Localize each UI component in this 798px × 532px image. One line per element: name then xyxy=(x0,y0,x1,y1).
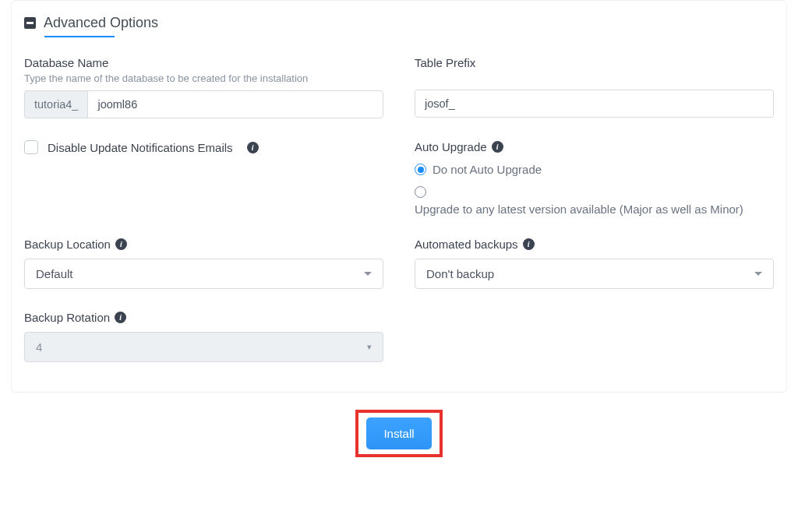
footer: Install xyxy=(0,410,798,457)
auto-upgrade-radio-none[interactable] xyxy=(415,164,426,175)
backup-location-field: Backup Location i Default xyxy=(24,238,383,289)
chevron-down-icon xyxy=(754,272,762,276)
info-icon[interactable]: i xyxy=(115,312,126,323)
disable-notifications-label: Disable Update Notifications Emails xyxy=(48,141,233,154)
table-prefix-input[interactable] xyxy=(415,90,774,118)
row-backup2: Backup Rotation i 4 ▾ xyxy=(24,311,774,362)
info-icon[interactable]: i xyxy=(247,142,259,153)
section-title: Advanced Options xyxy=(44,15,158,31)
row-db: Database Name Type the name of the datab… xyxy=(24,56,774,118)
info-icon[interactable]: i xyxy=(523,238,535,250)
section-header[interactable]: Advanced Options xyxy=(24,15,774,31)
database-name-input[interactable] xyxy=(87,90,383,118)
advanced-options-card: Advanced Options Database Name Type the … xyxy=(11,0,787,393)
backup-rotation-label: Backup Rotation xyxy=(24,311,110,324)
database-name-field: Database Name Type the name of the datab… xyxy=(24,56,383,118)
collapse-icon[interactable] xyxy=(24,17,36,29)
backup-location-select[interactable]: Default xyxy=(24,259,383,289)
backup-location-value: Default xyxy=(36,267,73,280)
info-icon[interactable]: i xyxy=(115,238,127,250)
row-upgrade: Disable Update Notifications Emails i Au… xyxy=(24,140,774,216)
auto-upgrade-option-latest: Upgrade to any latest version available … xyxy=(415,203,774,216)
automated-backups-select[interactable]: Don't backup xyxy=(415,259,774,289)
automated-backups-value: Don't backup xyxy=(426,267,494,280)
row-backup1: Backup Location i Default Automated back… xyxy=(24,238,774,289)
info-icon[interactable]: i xyxy=(492,141,503,153)
install-button[interactable]: Install xyxy=(366,417,431,449)
chevron-down-icon xyxy=(364,272,372,276)
disable-notifications-checkbox[interactable] xyxy=(24,140,38,154)
database-name-label: Database Name xyxy=(24,56,383,69)
auto-upgrade-radio-latest[interactable] xyxy=(415,186,426,198)
auto-upgrade-field: Auto Upgrade i Do not Auto Upgrade Upgra… xyxy=(415,140,774,216)
database-name-help: Type the name of the database to be crea… xyxy=(24,72,383,84)
table-prefix-field: Table Prefix xyxy=(415,56,774,118)
active-tab-indicator xyxy=(44,36,115,37)
disable-notifications-field: Disable Update Notifications Emails i xyxy=(24,140,383,216)
backup-rotation-field: Backup Rotation i 4 ▾ xyxy=(24,311,383,362)
table-prefix-label: Table Prefix xyxy=(415,56,774,69)
chevron-updown-icon: ▾ xyxy=(367,342,372,352)
automated-backups-field: Automated backups i Don't backup xyxy=(415,238,774,289)
automated-backups-label: Automated backups xyxy=(415,238,518,251)
auto-upgrade-option-none: Do not Auto Upgrade xyxy=(433,161,542,179)
backup-location-label: Backup Location xyxy=(24,238,111,251)
install-highlight-box: Install xyxy=(355,410,442,457)
backup-rotation-value: 4 xyxy=(36,340,42,354)
database-prefix: tutoria4_ xyxy=(24,90,87,118)
backup-rotation-select[interactable]: 4 ▾ xyxy=(24,332,383,362)
auto-upgrade-label: Auto Upgrade xyxy=(415,140,487,153)
